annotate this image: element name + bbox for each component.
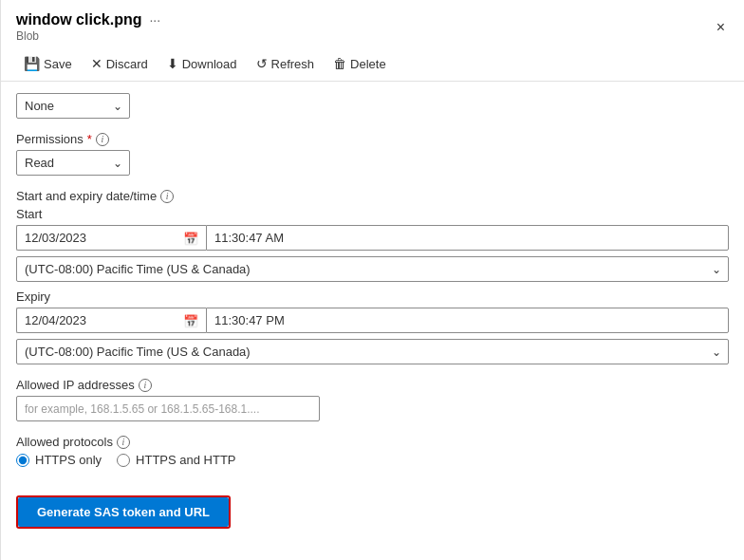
panel-title-area: window click.png ··· Blob xyxy=(16,11,160,43)
discard-button[interactable]: ✕ Discard xyxy=(84,52,156,75)
https-only-radio[interactable] xyxy=(16,454,29,467)
panel-ellipsis[interactable]: ··· xyxy=(149,12,160,28)
delete-label: Delete xyxy=(350,57,386,71)
save-button[interactable]: 💾 Save xyxy=(16,52,80,75)
start-expiry-label-row: Start and expiry date/time i xyxy=(16,189,729,203)
allowed-ip-input[interactable] xyxy=(16,396,320,421)
allowed-ip-label-row: Allowed IP addresses i xyxy=(16,378,729,392)
https-http-radio[interactable] xyxy=(117,454,130,467)
permissions-select-wrapper: Read Write Delete List Add Create ⌄ xyxy=(16,150,130,176)
permissions-label-row: Permissions * i xyxy=(16,132,729,146)
expiry-timezone-select[interactable]: (UTC-08:00) Pacific Time (US & Canada) (… xyxy=(16,339,729,364)
delete-button[interactable]: 🗑 Delete xyxy=(326,52,394,75)
allowed-protocols-label: Allowed protocols xyxy=(16,435,113,449)
save-icon: 💾 xyxy=(24,56,40,71)
discard-label: Discard xyxy=(106,57,148,71)
download-icon: ⬇ xyxy=(167,56,178,71)
start-expiry-group: Start and expiry date/time i Start 📅 (UT… xyxy=(16,189,729,364)
allowed-protocols-group: Allowed protocols i HTTPS only HTTPS and… xyxy=(16,435,729,467)
permissions-required: * xyxy=(87,132,92,146)
close-button[interactable]: × xyxy=(713,16,729,39)
allowed-protocols-info-icon[interactable]: i xyxy=(117,436,130,449)
download-button[interactable]: ⬇ Download xyxy=(159,52,245,75)
start-timezone-wrapper: (UTC-08:00) Pacific Time (US & Canada) (… xyxy=(16,256,729,282)
save-label: Save xyxy=(44,57,72,71)
allowed-ip-group: Allowed IP addresses i xyxy=(16,378,729,421)
panel-title: window click.png xyxy=(16,11,141,28)
allowed-ip-label: Allowed IP addresses xyxy=(16,378,135,392)
allowed-protocols-label-row: Allowed protocols i xyxy=(16,435,729,449)
start-label: Start xyxy=(16,207,729,221)
panel-content: None ⌄ Permissions * i Read Write Delete… xyxy=(1,82,744,560)
download-label: Download xyxy=(182,57,237,71)
permissions-select[interactable]: Read Write Delete List Add Create xyxy=(16,150,130,176)
side-panel: window click.png ··· Blob × 💾 Save ✕ Dis… xyxy=(0,0,744,560)
panel-subtitle: Blob xyxy=(16,29,160,43)
https-http-option[interactable]: HTTPS and HTTP xyxy=(117,453,235,467)
expiry-date-input[interactable] xyxy=(16,308,206,333)
none-dropdown-group: None ⌄ xyxy=(16,93,729,119)
expiry-timezone-wrapper: (UTC-08:00) Pacific Time (US & Canada) (… xyxy=(16,339,729,364)
toolbar: 💾 Save ✕ Discard ⬇ Download ↺ Refresh 🗑 … xyxy=(1,47,744,82)
none-select[interactable]: None xyxy=(16,93,130,119)
delete-icon: 🗑 xyxy=(333,56,346,71)
start-timezone-select[interactable]: (UTC-08:00) Pacific Time (US & Canada) (… xyxy=(16,256,729,282)
start-date-input[interactable] xyxy=(16,225,206,251)
generate-btn-wrapper: Generate SAS token and URL xyxy=(16,495,231,529)
start-time-input[interactable] xyxy=(206,225,729,251)
refresh-icon: ↺ xyxy=(256,56,268,71)
start-expiry-info-icon[interactable]: i xyxy=(160,190,174,203)
refresh-label: Refresh xyxy=(271,57,315,71)
start-datetime-row: 📅 xyxy=(16,225,729,251)
protocols-radio-group: HTTPS only HTTPS and HTTP xyxy=(16,453,729,467)
expiry-time-input[interactable] xyxy=(206,308,729,333)
allowed-ip-info-icon[interactable]: i xyxy=(139,379,152,392)
expiry-datetime-row: 📅 xyxy=(16,308,729,333)
permissions-group: Permissions * i Read Write Delete List A… xyxy=(16,132,729,176)
start-date-wrapper: 📅 xyxy=(16,225,206,251)
expiry-date-wrapper: 📅 xyxy=(16,308,206,333)
generate-sas-button[interactable]: Generate SAS token and URL xyxy=(18,497,229,527)
panel-header: window click.png ··· Blob × xyxy=(1,0,744,47)
expiry-label: Expiry xyxy=(16,289,729,304)
discard-icon: ✕ xyxy=(91,56,102,71)
permissions-label: Permissions xyxy=(16,132,84,146)
refresh-button[interactable]: ↺ Refresh xyxy=(249,52,323,75)
start-expiry-label: Start and expiry date/time xyxy=(16,189,157,203)
panel-title-row: window click.png ··· xyxy=(16,11,160,28)
https-http-label: HTTPS and HTTP xyxy=(136,453,235,467)
permissions-info-icon[interactable]: i xyxy=(96,133,109,146)
https-only-label: HTTPS only xyxy=(35,453,102,467)
https-only-option[interactable]: HTTPS only xyxy=(16,453,102,467)
none-select-wrapper: None ⌄ xyxy=(16,93,130,119)
